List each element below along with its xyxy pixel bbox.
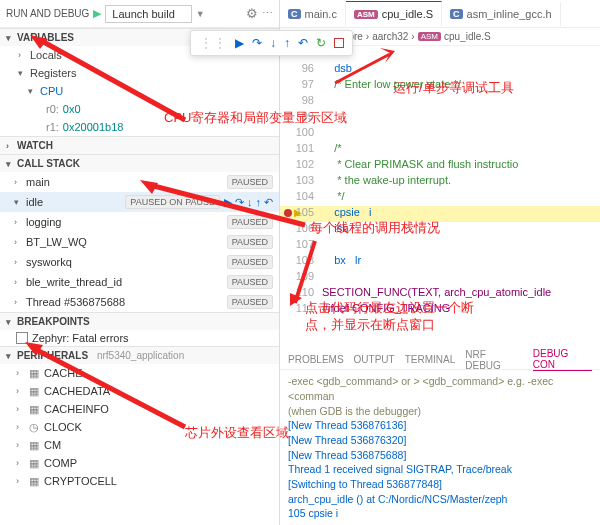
editor-tabs: Cmain.c ASMcpu_idle.S Casm_inline_gcc.h bbox=[280, 0, 600, 28]
watch-section[interactable]: ›WATCH bbox=[0, 137, 279, 154]
launch-config-dropdown[interactable]: Launch build bbox=[105, 5, 191, 23]
code-line[interactable]: 101 /* bbox=[280, 142, 600, 158]
code-line[interactable]: 99 bbox=[280, 110, 600, 126]
tab-terminal[interactable]: TERMINAL bbox=[405, 354, 456, 365]
peripheral-item[interactable]: ›▦CACHEDATA bbox=[0, 382, 279, 400]
more-icon[interactable]: ⋯ bbox=[262, 7, 273, 20]
code-line[interactable]: 110SECTION_FUNC(TEXT, arch_cpu_atomic_id… bbox=[280, 286, 600, 302]
checkbox-icon[interactable] bbox=[16, 332, 28, 344]
callstack-thread[interactable]: ▾idlePAUSED ON PAUSE▶↷↓↑↶ bbox=[0, 192, 279, 212]
code-line[interactable]: ▶105 cpsie i bbox=[280, 206, 600, 222]
register-r0: r0: 0x0 bbox=[0, 100, 279, 118]
code-line[interactable]: 107 bbox=[280, 238, 600, 254]
debug-console[interactable]: -exec <gdb_command> or > <gdb_command> e… bbox=[280, 370, 600, 525]
peripheral-item[interactable]: ›▦CM bbox=[0, 436, 279, 454]
code-line[interactable]: 103 * the wake-up interrupt. bbox=[280, 174, 600, 190]
peripheral-item[interactable]: ›▦CACHE bbox=[0, 364, 279, 382]
terminal-tabs: PROBLEMS OUTPUT TERMINAL NRF DEBUG DEBUG… bbox=[280, 350, 600, 370]
step-out-icon[interactable]: ↑ bbox=[284, 36, 290, 50]
code-line[interactable]: 104 */ bbox=[280, 190, 600, 206]
peripheral-item[interactable]: ›▦COMP bbox=[0, 454, 279, 472]
code-line[interactable]: 109 bbox=[280, 270, 600, 286]
restart-icon[interactable]: ↻ bbox=[316, 36, 326, 50]
code-line[interactable]: 102 * Clear PRIMASK and flush instructio bbox=[280, 158, 600, 174]
tab-nrf-debug[interactable]: NRF DEBUG bbox=[465, 349, 523, 371]
peripherals-section[interactable]: ▾PERIPHERALS nrf5340_application bbox=[0, 347, 279, 364]
callstack-thread[interactable]: ›ble_write_thread_idPAUSED bbox=[0, 272, 279, 292]
step-back-icon[interactable]: ↶ bbox=[298, 36, 308, 50]
tab-problems[interactable]: PROBLEMS bbox=[288, 354, 344, 365]
callstack-thread[interactable]: ›Thread #536875688PAUSED bbox=[0, 292, 279, 312]
callstack-thread[interactable]: ›loggingPAUSED bbox=[0, 212, 279, 232]
stop-icon[interactable] bbox=[334, 38, 344, 48]
code-editor[interactable]: 9596 dsb97 /* Enter low power state */98… bbox=[280, 46, 600, 350]
breakpoints-section[interactable]: ▾BREAKPOINTS bbox=[0, 313, 279, 330]
gear-icon[interactable]: ⚙ bbox=[246, 6, 258, 21]
tab-asm-gcc[interactable]: Casm_inline_gcc.h bbox=[442, 2, 561, 26]
registers-row[interactable]: ▾Registers bbox=[0, 64, 279, 82]
breakpoint-item[interactable]: Zephyr: Fatal errors bbox=[0, 330, 279, 346]
peripheral-item[interactable]: ›▦CACHEINFO bbox=[0, 400, 279, 418]
code-line[interactable]: 100 bbox=[280, 126, 600, 142]
debug-toolbar: ⋮⋮ ▶ ↷ ↓ ↑ ↶ ↻ bbox=[280, 30, 353, 56]
register-r1: r1: 0x20001b18 bbox=[0, 118, 279, 136]
code-line[interactable]: 98 bbox=[280, 94, 600, 110]
tab-main-c[interactable]: Cmain.c bbox=[280, 2, 346, 26]
callstack-section[interactable]: ▾CALL STACK bbox=[0, 155, 279, 172]
callstack-thread[interactable]: ›BT_LW_WQPAUSED bbox=[0, 232, 279, 252]
code-line[interactable]: 108 bx lr bbox=[280, 254, 600, 270]
peripheral-item[interactable]: ›▦CRYPTOCELL bbox=[0, 472, 279, 490]
cpu-row[interactable]: ▾CPU bbox=[0, 82, 279, 100]
run-debug-title: RUN AND DEBUG bbox=[6, 8, 89, 19]
tab-debug-console[interactable]: DEBUG CON bbox=[533, 348, 592, 371]
code-line[interactable]: 106 isb bbox=[280, 222, 600, 238]
code-line[interactable]: 111#ifdef CONFIG_TRACING bbox=[280, 302, 600, 318]
play-icon[interactable]: ▶ bbox=[93, 7, 101, 20]
callstack-thread[interactable]: ›sysworkqPAUSED bbox=[0, 252, 279, 272]
tab-output[interactable]: OUTPUT bbox=[354, 354, 395, 365]
code-line[interactable]: 96 dsb bbox=[280, 62, 600, 78]
chevron-down-icon[interactable]: ▼ bbox=[196, 9, 205, 19]
tab-cpu-idle[interactable]: ASMcpu_idle.S bbox=[346, 1, 442, 26]
peripheral-item[interactable]: ›◷CLOCK bbox=[0, 418, 279, 436]
callstack-thread[interactable]: ›mainPAUSED bbox=[0, 172, 279, 192]
code-line[interactable]: 97 /* Enter low power state */ bbox=[280, 78, 600, 94]
run-debug-topbar: RUN AND DEBUG ▶ Launch build ▼ ⚙ ⋯ bbox=[0, 0, 279, 28]
